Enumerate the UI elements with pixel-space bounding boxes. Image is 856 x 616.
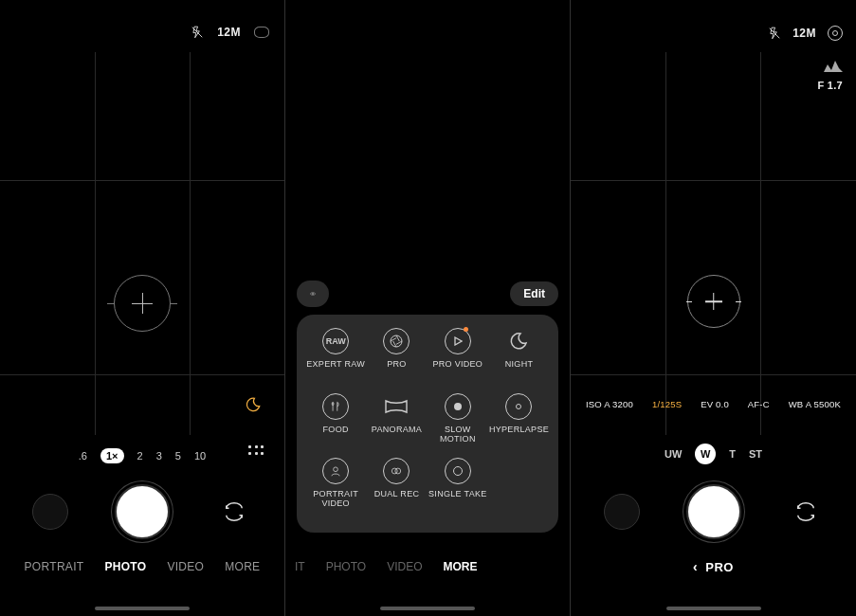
mode-selector[interactable]: IT PHOTO VIDEO MORE	[285, 555, 570, 578]
lens-st[interactable]: ST	[749, 448, 762, 460]
lens-t[interactable]: T	[729, 448, 736, 460]
mode-more[interactable]: MORE	[225, 560, 260, 573]
composition-grid	[0, 0, 285, 435]
utensils-icon	[322, 393, 349, 420]
tile-label: EXPERT RAW	[306, 360, 365, 370]
mode-portrait[interactable]: PORTRAIT	[25, 560, 84, 573]
svg-point-5	[395, 468, 401, 474]
flash-off-icon[interactable]	[191, 26, 204, 39]
hyperlapse-icon	[505, 393, 532, 420]
mode-video[interactable]: VIDEO	[167, 560, 204, 573]
zoom-5x[interactable]: 5	[175, 450, 181, 462]
param-ev[interactable]: EV 0.0	[701, 399, 729, 409]
dual-rec-icon	[383, 458, 410, 484]
focus-reticle[interactable]	[114, 275, 171, 332]
slowmo-icon	[445, 393, 471, 420]
tile-label: SINGLE TAKE	[428, 490, 487, 499]
zoom-selector[interactable]: .6 1× 2 3 5 10	[0, 445, 284, 466]
single-take-icon	[445, 458, 471, 484]
portrait-video-icon	[322, 458, 349, 484]
exposure-parameters[interactable]: ISO A 3200 1/125S EV 0.0 AF-C WB A 5500K	[571, 394, 856, 413]
shutter-button[interactable]	[115, 484, 170, 539]
mode-tile-food[interactable]: FOOD	[306, 393, 365, 455]
mode-photo[interactable]: PHOTO	[326, 560, 366, 573]
tile-label: DUAL REC	[374, 490, 420, 499]
tile-label: PRO	[387, 360, 406, 370]
home-indicator[interactable]	[95, 607, 190, 610]
play-icon	[445, 328, 471, 354]
tile-label: PRO VIDEO	[432, 360, 483, 370]
mode-selector[interactable]: PORTRAIT PHOTO VIDEO MORE	[0, 555, 284, 578]
camera-more-screen: Edit RAW EXPERT RAW PRO PRO VIDEO NIGHT	[285, 0, 571, 616]
tile-label: NIGHT	[505, 360, 534, 370]
shutter-controls	[571, 474, 856, 550]
panorama-icon	[383, 393, 410, 420]
new-badge-icon	[464, 327, 468, 332]
histogram-icon[interactable]	[824, 59, 843, 72]
mode-truncated[interactable]: IT	[295, 560, 305, 573]
edit-modes-button[interactable]: Edit	[510, 281, 558, 306]
mode-tile-expert-raw[interactable]: RAW EXPERT RAW	[306, 328, 365, 390]
param-wb[interactable]: WB A 5500K	[789, 399, 841, 409]
camera-photo-screen: 12M .6 1× 2 3 5 10 PORTRAIT PHOTO	[0, 0, 285, 616]
zoom-10x[interactable]: 10	[194, 450, 206, 462]
resolution-toggle[interactable]: 12M	[792, 27, 816, 40]
shutter-controls	[0, 474, 284, 550]
mode-pro[interactable]: PRO	[705, 560, 734, 574]
aspect-grid-icon[interactable]	[248, 445, 265, 457]
zoom-3x[interactable]: 3	[156, 450, 162, 462]
zoom-1x[interactable]: 1×	[100, 448, 124, 463]
shutter-button[interactable]	[686, 484, 741, 539]
mode-video[interactable]: VIDEO	[387, 560, 422, 573]
camera-pro-screen: 12M F 1.7 ISO A 3200 1/125S EV 0.0 AF-C …	[571, 0, 856, 616]
preview-toggle[interactable]	[297, 281, 329, 307]
aperture-icon	[383, 328, 410, 354]
param-shutter[interactable]: 1/125S	[652, 399, 682, 409]
mode-more[interactable]: MORE	[443, 560, 477, 573]
tile-label: HYPERLAPSE	[489, 426, 549, 435]
tile-label: PANORAMA	[372, 426, 422, 435]
motion-photo-icon[interactable]	[254, 27, 269, 38]
mode-photo[interactable]: PHOTO	[104, 560, 146, 573]
svg-point-2	[391, 335, 402, 347]
top-toolbar: 12M	[191, 26, 269, 39]
resolution-toggle[interactable]: 12M	[217, 26, 241, 39]
raw-badge-icon: RAW	[322, 328, 349, 354]
zoom-0.6x[interactable]: .6	[79, 450, 87, 462]
tile-label: SLOW MOTION	[428, 426, 487, 444]
gallery-thumbnail[interactable]	[604, 494, 640, 530]
lens-uw[interactable]: UW	[665, 448, 682, 460]
param-iso[interactable]: ISO A 3200	[586, 399, 633, 409]
f-number-readout: F 1.7	[817, 80, 843, 91]
switch-camera-button[interactable]	[788, 494, 824, 530]
lens-selector[interactable]: UW W T ST	[571, 442, 856, 466]
tile-label: PORTRAIT VIDEO	[306, 490, 365, 509]
chevron-left-icon[interactable]: ‹	[693, 559, 698, 574]
mode-tile-night[interactable]: NIGHT	[489, 328, 549, 390]
settings-icon[interactable]	[828, 26, 843, 41]
sheet-toolbar: Edit	[297, 281, 558, 307]
home-indicator[interactable]	[380, 607, 475, 610]
svg-point-3	[334, 467, 338, 472]
night-mode-icon[interactable]	[245, 396, 262, 413]
param-focus[interactable]: AF-C	[748, 399, 770, 409]
mode-tile-dual-rec[interactable]: DUAL REC	[367, 458, 426, 519]
mode-tile-single-take[interactable]: SINGLE TAKE	[428, 458, 487, 519]
tile-label: FOOD	[323, 426, 349, 435]
mode-tile-pro[interactable]: PRO	[367, 328, 426, 390]
flash-off-icon[interactable]	[768, 27, 781, 40]
mode-tile-pro-video[interactable]: PRO VIDEO	[428, 328, 487, 390]
mode-tile-hyperlapse[interactable]: HYPERLAPSE	[489, 393, 549, 455]
mode-tile-slow-motion[interactable]: SLOW MOTION	[428, 393, 487, 455]
top-toolbar: 12M	[768, 26, 843, 41]
switch-camera-button[interactable]	[216, 494, 252, 530]
focus-reticle[interactable]	[687, 275, 740, 328]
zoom-2x[interactable]: 2	[137, 450, 143, 462]
lens-w[interactable]: W	[695, 444, 716, 464]
mode-tile-portrait-video[interactable]: PORTRAIT VIDEO	[306, 458, 365, 519]
mode-selector[interactable]: ‹ PRO	[571, 555, 856, 578]
mode-tile-panorama[interactable]: PANORAMA	[367, 393, 426, 455]
moon-icon	[505, 328, 532, 354]
home-indicator[interactable]	[666, 607, 761, 610]
gallery-thumbnail[interactable]	[32, 494, 68, 530]
